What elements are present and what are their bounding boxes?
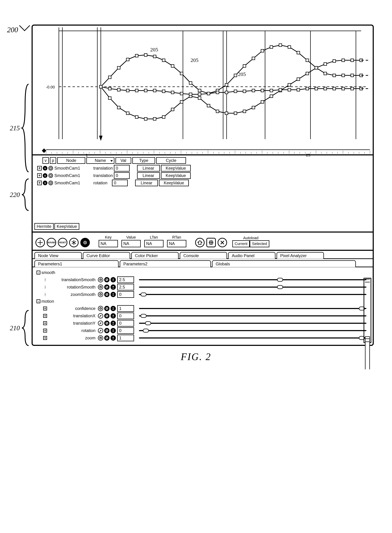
slider-thumb[interactable] <box>140 314 146 318</box>
col-p[interactable]: p <box>50 157 56 164</box>
rtan-field[interactable]: NA <box>167 240 186 247</box>
no-icon[interactable] <box>104 328 109 333</box>
expand-icon[interactable]: + <box>43 306 47 311</box>
scrollbar-up-icon[interactable] <box>365 279 370 282</box>
slider-thumb[interactable] <box>145 321 151 325</box>
hermite-button[interactable]: Hermite <box>34 223 54 230</box>
param-value[interactable]: 0 <box>117 291 134 298</box>
param-value[interactable]: 0 <box>117 327 134 334</box>
clock-icon[interactable] <box>98 277 103 282</box>
no-icon[interactable] <box>104 335 109 341</box>
cell-type[interactable]: Linear <box>137 165 160 171</box>
user-icon[interactable] <box>111 335 116 341</box>
cell-val[interactable]: 0 <box>112 180 128 186</box>
cell-cycle[interactable]: KeepValue <box>161 172 191 179</box>
no-icon[interactable] <box>104 277 109 282</box>
tab-parameters1[interactable]: Parameters1 <box>34 260 119 267</box>
param-slider[interactable] <box>139 323 366 324</box>
target-icon[interactable] <box>48 166 53 171</box>
visible-icon[interactable] <box>43 173 47 178</box>
tool-reset-icon[interactable]: RESET <box>58 238 67 247</box>
tab-console[interactable]: Console <box>180 252 227 259</box>
cell-cycle[interactable]: KeepValue <box>159 180 189 186</box>
user-icon[interactable] <box>111 277 116 282</box>
param-slider[interactable] <box>139 308 366 309</box>
tool-fit-icon[interactable] <box>206 238 216 247</box>
col-v[interactable]: v <box>42 157 49 164</box>
cell-type[interactable]: Linear <box>137 172 160 179</box>
expand-icon[interactable] <box>37 166 42 171</box>
clock-icon[interactable] <box>98 306 103 311</box>
keyframe-arrow-icon[interactable] <box>98 321 103 326</box>
clock-icon[interactable] <box>98 292 103 297</box>
user-icon[interactable] <box>111 292 116 297</box>
col-node[interactable]: Node <box>57 157 85 164</box>
user-icon[interactable] <box>111 321 116 326</box>
expand-icon[interactable] <box>37 173 42 178</box>
keyframe-arrow-icon[interactable] <box>98 313 103 319</box>
scrollbar-down-icon[interactable] <box>365 338 370 342</box>
no-icon[interactable] <box>104 306 109 311</box>
tab-globals[interactable]: Globals <box>212 260 356 267</box>
collapse-icon[interactable]: - <box>37 299 40 303</box>
param-group-motion[interactable]: -motion <box>37 299 370 304</box>
tab-parameters2[interactable]: Parameters2 <box>120 260 211 267</box>
no-icon[interactable] <box>104 321 109 326</box>
timeline-ruler[interactable]: 1 25 <box>46 147 370 154</box>
expand-icon[interactable] <box>37 181 42 185</box>
param-value[interactable]: 1 <box>117 305 134 312</box>
expand-icon[interactable]: + <box>43 314 47 318</box>
tab-node-view[interactable]: Node View <box>34 252 82 259</box>
tool-home-icon[interactable] <box>195 238 205 247</box>
table-row[interactable]: SmoothCam1translation0LinearKeepValue <box>37 172 370 179</box>
tool-record-icon[interactable] <box>80 238 90 247</box>
param-slider[interactable] <box>139 294 366 295</box>
user-icon[interactable] <box>111 284 116 290</box>
tool-close-icon[interactable] <box>218 238 227 247</box>
param-slider[interactable] <box>139 315 366 316</box>
collapse-icon[interactable]: - <box>37 271 40 274</box>
param-slider[interactable] <box>139 338 366 338</box>
slider-thumb[interactable] <box>143 329 149 333</box>
tab-curve-editor[interactable]: Curve Editor <box>83 252 130 259</box>
col-name[interactable]: Name <box>86 157 114 164</box>
tab-color-picker[interactable]: Color Picker <box>131 252 179 259</box>
expand-icon[interactable]: + <box>43 329 47 333</box>
param-value[interactable]: 0 <box>117 320 134 327</box>
target-icon[interactable] <box>48 181 53 185</box>
autoload-current-button[interactable]: Current <box>232 240 250 247</box>
no-icon[interactable] <box>104 284 109 290</box>
cell-val[interactable]: 0 <box>114 172 130 179</box>
expand-icon[interactable]: + <box>43 321 47 325</box>
value-field[interactable]: NA <box>121 240 141 247</box>
param-value[interactable]: 2.5 <box>117 284 134 290</box>
tool-pinwheel-icon[interactable] <box>69 238 79 247</box>
no-icon[interactable] <box>104 292 109 297</box>
user-icon[interactable] <box>111 328 116 333</box>
clock-icon[interactable] <box>98 335 103 341</box>
user-icon[interactable] <box>111 313 116 319</box>
ltan-field[interactable]: NA <box>144 240 163 247</box>
keepvalue-button[interactable]: KeepValue <box>54 223 79 230</box>
col-cycle[interactable]: Cycle <box>156 157 186 164</box>
param-value[interactable]: 0 <box>117 313 134 319</box>
tab-audio-panel[interactable]: Audio Panel <box>228 252 275 259</box>
user-icon[interactable] <box>111 306 116 311</box>
expand-icon[interactable]: + <box>43 336 47 340</box>
target-icon[interactable] <box>48 173 53 178</box>
autoload-selected-button[interactable]: Selected <box>250 240 269 247</box>
tab-pixel-analyzer[interactable]: Pixel Analyzer <box>276 252 324 259</box>
tool-move-icon[interactable] <box>35 238 45 247</box>
param-slider[interactable] <box>139 279 366 280</box>
param-group-smooth[interactable]: -smooth <box>37 270 370 275</box>
table-row[interactable]: SmoothCam1translation0LinearKeepValue <box>37 165 370 171</box>
keyframe-arrow-icon[interactable] <box>98 328 103 333</box>
key-field[interactable]: NA <box>99 240 118 247</box>
tool-bound-icon[interactable]: BOUND <box>47 238 56 247</box>
param-value[interactable]: 2.5 <box>117 276 134 283</box>
slider-thumb[interactable] <box>277 285 283 289</box>
clock-icon[interactable] <box>98 284 103 290</box>
param-slider[interactable] <box>139 330 366 331</box>
col-type[interactable]: Type <box>132 157 155 164</box>
visible-icon[interactable] <box>43 181 47 185</box>
